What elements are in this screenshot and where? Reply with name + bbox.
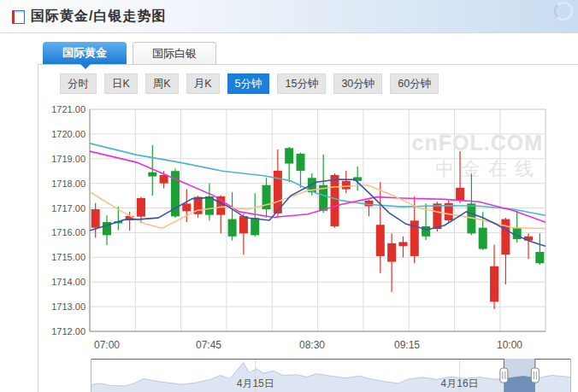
decorative-swirl-icon (554, 2, 573, 20)
period-button-weekly[interactable]: 周K (145, 73, 179, 94)
candle-up (297, 154, 305, 171)
candle-up (422, 226, 430, 237)
candle-up (251, 218, 259, 235)
period-button-15min[interactable]: 15分钟 (277, 73, 326, 94)
minimap-date-label: 4月16日 (441, 377, 479, 389)
candle-down (330, 175, 339, 226)
watermark-cnfol: cnFOL.COM (412, 131, 543, 155)
candle-down (137, 198, 145, 217)
x-axis-label: 07:45 (196, 339, 221, 351)
y-axis-label: 1718.00 (51, 178, 86, 189)
y-axis-label: 1713.00 (51, 301, 86, 312)
range-slider-minimap[interactable]: 4月15日4月16日 (91, 359, 571, 392)
candle-down (160, 175, 168, 184)
active-tab-pointer (80, 64, 91, 69)
tab-international-gold[interactable]: 国际黄金 (43, 42, 127, 64)
candle-up (228, 219, 237, 237)
x-axis-label: 09:15 (394, 339, 420, 351)
period-button-daily[interactable]: 日K (104, 73, 138, 94)
gold-silver-chart-widget: 国际黄金/白银走势图 国际黄金 国际白银 分时 日K 周K 月K 5分钟 15分… (0, 0, 578, 392)
y-axis-label: 1717.00 (51, 203, 86, 214)
period-button-5min[interactable]: 5分钟 (227, 73, 270, 94)
y-axis-label: 1716.00 (51, 227, 86, 237)
candle-down (376, 225, 385, 256)
candle-down (342, 181, 351, 190)
period-button-row: 分时 日K 周K 月K 5分钟 15分钟 30分钟 60分钟 (60, 73, 439, 94)
y-axis-label: 1720.00 (51, 129, 86, 139)
y-axis-label: 1719.00 (51, 154, 86, 164)
period-button-30min[interactable]: 30分钟 (333, 73, 382, 94)
x-axis-label: 08:30 (299, 339, 325, 351)
candle-down (91, 209, 100, 228)
x-axis-label: 07:00 (94, 339, 120, 351)
y-axis-label: 1721.00 (51, 104, 86, 114)
candle-down (216, 196, 225, 215)
candle-down (387, 243, 396, 262)
minimap-handle-right[interactable] (531, 368, 539, 383)
minimap-date-label: 4月15日 (237, 377, 274, 389)
candle-down (239, 216, 248, 233)
y-axis-label: 1714.00 (51, 277, 86, 287)
widget-title: 国际黄金/白银走势图 (31, 0, 166, 32)
x-axis-label: 10:00 (497, 339, 522, 351)
period-button-time[interactable]: 分时 (60, 73, 97, 94)
candle-up (535, 252, 544, 263)
watermark-zhongjin: 中金在线 (435, 158, 541, 179)
tab-international-silver[interactable]: 国际白银 (133, 42, 216, 64)
candle-down (182, 203, 191, 211)
candle-down (433, 203, 441, 229)
tab-gold-label: 国际黄金 (62, 46, 107, 59)
period-button-monthly[interactable]: 月K (186, 73, 220, 94)
minimap-area (91, 363, 571, 392)
candlestick-chart: 1721.001720.001719.001718.001717.001716.… (43, 101, 578, 357)
candle-up (148, 173, 156, 177)
tab-silver-label: 国际白银 (152, 47, 197, 60)
minimap-handle-left[interactable] (500, 368, 508, 383)
candle-down (398, 242, 407, 246)
candle-up (285, 148, 293, 163)
candle-down (490, 266, 498, 302)
document-icon (12, 10, 25, 24)
y-axis-label: 1712.00 (51, 326, 86, 336)
widget-header: 国际黄金/白银走势图 (0, 0, 578, 33)
y-axis-label: 1715.00 (51, 252, 86, 262)
candle-down (456, 188, 464, 201)
candle-up (479, 228, 487, 249)
period-button-60min[interactable]: 60分钟 (390, 73, 439, 94)
